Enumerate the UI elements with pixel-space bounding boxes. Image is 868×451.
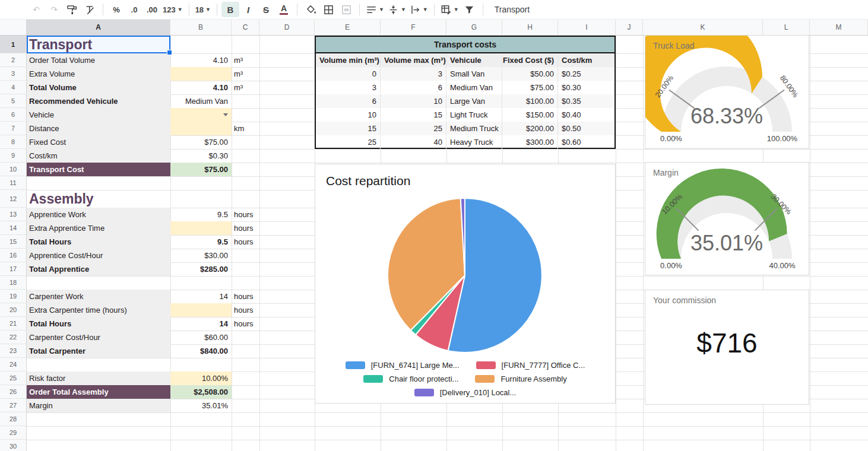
truck-load-gauge-card[interactable]: Truck Load 20.00%80.00%68.33%0.00%100.00… <box>645 35 809 149</box>
costs-cell[interactable]: 6 <box>316 94 381 108</box>
row-header-4[interactable]: 4 <box>0 81 27 94</box>
row-header-1[interactable]: 1 <box>0 36 27 53</box>
cell-A8[interactable]: Fixed Cost <box>27 135 170 149</box>
fill-color-icon[interactable] <box>302 2 319 17</box>
cell-B22[interactable]: $60.00 <box>170 331 232 344</box>
column-header-B[interactable]: B <box>170 20 232 36</box>
row-header-20[interactable]: 20 <box>0 303 27 317</box>
cell-A6[interactable]: Vehicle <box>27 108 170 122</box>
column-header-D[interactable]: D <box>259 20 315 36</box>
selection-box[interactable] <box>27 36 170 53</box>
cell-A9[interactable]: Cost/km <box>27 149 170 163</box>
row-header-26[interactable]: 26 <box>0 385 27 399</box>
cell-A21[interactable]: Total Hours <box>27 317 170 331</box>
costs-cell[interactable]: $0.35 <box>558 94 614 108</box>
merge-cells-icon[interactable] <box>337 2 355 17</box>
horizontal-align-button[interactable]: ▼ <box>364 2 386 17</box>
column-header-F[interactable]: F <box>381 20 446 36</box>
cell-A14[interactable]: Extra Apprentice Time <box>27 221 170 235</box>
cell-B17[interactable]: $285.00 <box>170 262 232 276</box>
cell-B26[interactable]: $2,508.00 <box>170 385 232 399</box>
column-header-A[interactable]: A <box>27 20 170 36</box>
costs-cell[interactable]: 6 <box>381 81 446 94</box>
cell-B8[interactable]: $75.00 <box>170 135 232 149</box>
legend-item[interactable]: Furniture Assembly <box>475 374 566 383</box>
clear-format-icon[interactable] <box>81 2 99 17</box>
costs-cell[interactable]: $0.40 <box>558 108 614 122</box>
cell-C21[interactable]: hours <box>232 317 259 331</box>
row-header-7[interactable]: 7 <box>0 122 27 135</box>
cell-B15[interactable]: 9.5 <box>170 235 232 249</box>
cell-B10[interactable]: $75.00 <box>170 163 232 176</box>
row-header-2[interactable]: 2 <box>0 53 27 67</box>
row-header-13[interactable]: 13 <box>0 208 27 221</box>
costs-cell[interactable]: $100.00 <box>502 94 558 108</box>
insert-table-button[interactable]: ▼ <box>439 2 461 17</box>
cell-A25[interactable]: Risk factor <box>27 371 170 385</box>
more-formats-button[interactable]: 123▼ <box>161 2 185 17</box>
costs-header-cell[interactable]: Volume max (m³) <box>381 53 446 67</box>
cell-B13[interactable]: 9.5 <box>170 208 232 221</box>
increase-decimal-button[interactable]: .00 <box>143 2 161 17</box>
costs-cell[interactable]: 40 <box>381 135 446 149</box>
cell-B9[interactable]: $0.30 <box>170 149 232 163</box>
costs-cell[interactable]: $200.00 <box>502 122 558 135</box>
row-header-16[interactable]: 16 <box>0 249 27 262</box>
select-all-corner[interactable] <box>0 20 27 36</box>
row-header-21[interactable]: 21 <box>0 317 27 331</box>
cell-C2[interactable]: m³ <box>232 53 259 67</box>
costs-cell[interactable]: $0.50 <box>558 122 614 135</box>
row-header-30[interactable]: 30 <box>0 440 27 451</box>
costs-header-cell[interactable]: Fixed Cost ($) <box>502 53 558 67</box>
cell-C20[interactable]: hours <box>232 303 259 317</box>
pie-chart-card[interactable]: Cost repartition [FURN_6741] Large Me...… <box>315 164 616 404</box>
column-header-H[interactable]: H <box>502 20 558 36</box>
borders-icon[interactable] <box>319 2 337 17</box>
row-header-27[interactable]: 27 <box>0 399 27 412</box>
column-header-K[interactable]: K <box>643 20 763 36</box>
row-header-29[interactable]: 29 <box>0 426 27 440</box>
cell-A5[interactable]: Recommended Vehicule <box>27 94 170 108</box>
cell-C13[interactable]: hours <box>232 208 259 221</box>
costs-cell[interactable]: $0.30 <box>558 81 614 94</box>
cell-B7[interactable] <box>170 122 232 135</box>
cell-A17[interactable]: Total Apprentice <box>27 262 170 276</box>
cell-A12[interactable]: Assembly <box>27 190 170 208</box>
cell-A27[interactable]: Margin <box>27 399 170 412</box>
legend-item[interactable]: [FURN_7777] Office C... <box>476 361 585 370</box>
cell-A13[interactable]: Apprentice Work <box>27 208 170 221</box>
cell-B19[interactable]: 14 <box>170 290 232 303</box>
font-size-selector[interactable]: 18▼ <box>194 2 213 17</box>
costs-cell[interactable]: 0 <box>316 67 381 81</box>
cell-A22[interactable]: Carpenter Cost/Hour <box>27 331 170 344</box>
cell-C3[interactable]: m³ <box>232 67 259 81</box>
row-header-14[interactable]: 14 <box>0 221 27 235</box>
fill-handle[interactable] <box>167 50 172 55</box>
costs-cell[interactable]: $300.00 <box>502 135 558 149</box>
vertical-align-button[interactable]: ▼ <box>386 2 408 17</box>
margin-gauge-card[interactable]: Margin 10.00%30.00%35.01%0.00%40.00% <box>645 162 809 275</box>
legend-item[interactable]: Chair floor protecti... <box>363 374 458 383</box>
costs-cell[interactable]: 15 <box>381 108 446 122</box>
cell-C4[interactable]: m³ <box>232 81 259 94</box>
costs-cell[interactable]: $0.60 <box>558 135 614 149</box>
cell-B25[interactable]: 10.00% <box>170 371 232 385</box>
text-color-button[interactable]: A <box>275 2 293 17</box>
row-header-28[interactable]: 28 <box>0 412 27 426</box>
costs-header-cell[interactable]: Volume min (m³) <box>316 53 381 67</box>
costs-cell[interactable]: 15 <box>316 122 381 135</box>
row-header-19[interactable]: 19 <box>0 290 27 303</box>
cell-B2[interactable]: 4.10 <box>170 53 232 67</box>
costs-cell[interactable]: 10 <box>316 108 381 122</box>
row-header-15[interactable]: 15 <box>0 235 27 249</box>
costs-cell[interactable]: Medium Van <box>446 81 502 94</box>
legend-item[interactable]: [FURN_6741] Large Me... <box>346 361 460 370</box>
row-header-5[interactable]: 5 <box>0 94 27 108</box>
undo-icon[interactable]: ↶ <box>27 2 45 17</box>
costs-cell[interactable]: 25 <box>316 135 381 149</box>
cell-C19[interactable]: hours <box>232 290 259 303</box>
cell-A3[interactable]: Extra Volume <box>27 67 170 81</box>
costs-cell[interactable]: 10 <box>381 94 446 108</box>
filter-icon[interactable] <box>461 2 479 17</box>
column-header-C[interactable]: C <box>232 20 259 36</box>
